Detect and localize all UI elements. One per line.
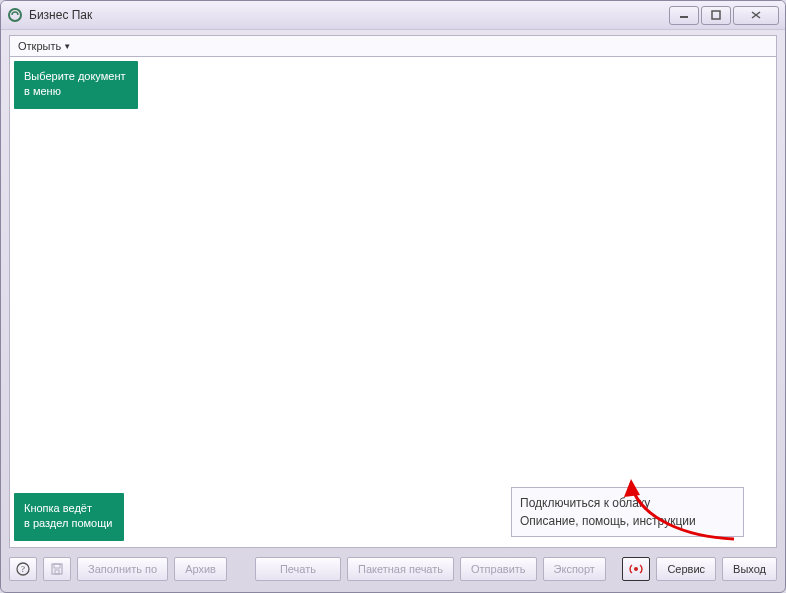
bottom-toolbar: ? Заполнить по Архив Печать Пакетная печ… xyxy=(9,548,777,584)
exit-button[interactable]: Выход xyxy=(722,557,777,581)
archive-button[interactable]: Архив xyxy=(174,557,227,581)
svg-text:?: ? xyxy=(21,564,25,574)
close-button[interactable] xyxy=(733,6,779,25)
save-button[interactable] xyxy=(43,557,71,581)
service-popup: Подключиться к облаку Описание, помощь, … xyxy=(511,487,744,537)
hint-line: Выберите документ xyxy=(24,69,126,84)
menu-open[interactable]: Открыть ▼ xyxy=(10,38,79,54)
hint-help-button: Кнопка ведёт в раздел помощи xyxy=(14,493,124,541)
hint-line: в меню xyxy=(24,84,126,99)
titlebar: Бизнес Пак xyxy=(1,1,785,30)
client-area: Открыть ▼ Выберите документ в меню Кнопк… xyxy=(9,35,777,584)
app-window: Бизнес Пак Открыть ▼ Выберите документ в… xyxy=(0,0,786,593)
chevron-down-icon: ▼ xyxy=(63,42,71,51)
svg-point-11 xyxy=(634,567,638,571)
send-button[interactable]: Отправить xyxy=(460,557,537,581)
hint-line: Кнопка ведёт xyxy=(24,501,112,516)
app-icon xyxy=(7,7,23,23)
fill-by-button[interactable]: Заполнить по xyxy=(77,557,168,581)
menu-open-label: Открыть xyxy=(18,40,61,52)
hint-select-document: Выберите документ в меню xyxy=(14,61,138,109)
print-button[interactable]: Печать xyxy=(255,557,341,581)
document-canvas: Выберите документ в меню Кнопка ведёт в … xyxy=(9,57,777,548)
batch-print-button[interactable]: Пакетная печать xyxy=(347,557,454,581)
maximize-button[interactable] xyxy=(701,6,731,25)
popup-help-docs[interactable]: Описание, помощь, инструкции xyxy=(520,512,735,530)
svg-rect-2 xyxy=(712,11,720,19)
hint-line: в раздел помощи xyxy=(24,516,112,531)
menubar: Открыть ▼ xyxy=(9,35,777,57)
minimize-button[interactable] xyxy=(669,6,699,25)
broadcast-button[interactable] xyxy=(622,557,650,581)
window-buttons xyxy=(669,6,779,25)
export-button[interactable]: Экспорт xyxy=(543,557,606,581)
help-button[interactable]: ? xyxy=(9,557,37,581)
service-button[interactable]: Сервис xyxy=(656,557,716,581)
popup-connect-cloud[interactable]: Подключиться к облаку xyxy=(520,494,735,512)
window-title: Бизнес Пак xyxy=(29,8,669,22)
svg-point-0 xyxy=(9,9,21,21)
